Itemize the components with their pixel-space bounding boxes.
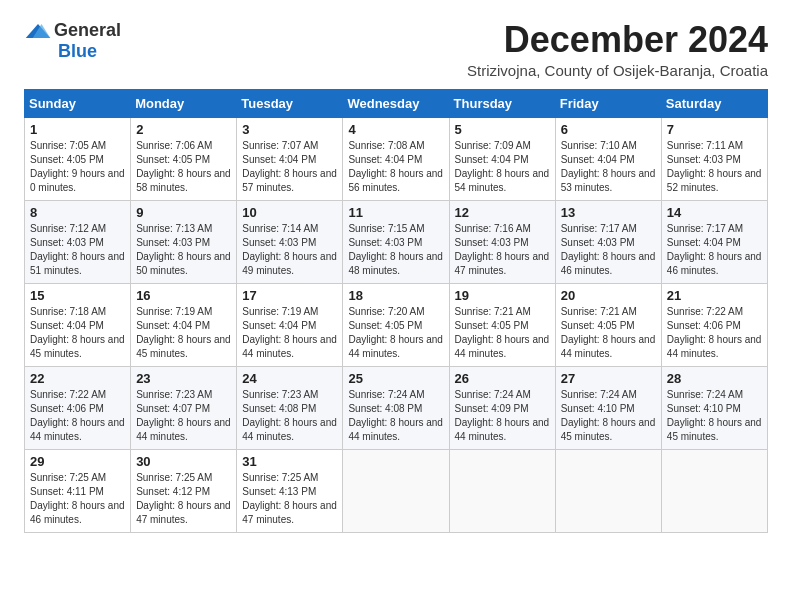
day-number: 18 (348, 288, 443, 303)
day-number: 6 (561, 122, 656, 137)
day-number: 3 (242, 122, 337, 137)
calendar-day-cell: 19 Sunrise: 7:21 AMSunset: 4:05 PMDaylig… (449, 283, 555, 366)
calendar-day-cell: 12 Sunrise: 7:16 AMSunset: 4:03 PMDaylig… (449, 200, 555, 283)
calendar-day-cell: 30 Sunrise: 7:25 AMSunset: 4:12 PMDaylig… (131, 449, 237, 532)
calendar-day-cell: 24 Sunrise: 7:23 AMSunset: 4:08 PMDaylig… (237, 366, 343, 449)
day-number: 19 (455, 288, 550, 303)
day-number: 4 (348, 122, 443, 137)
calendar-day-cell: 13 Sunrise: 7:17 AMSunset: 4:03 PMDaylig… (555, 200, 661, 283)
calendar-week-row: 8 Sunrise: 7:12 AMSunset: 4:03 PMDayligh… (25, 200, 768, 283)
day-number: 15 (30, 288, 125, 303)
day-number: 31 (242, 454, 337, 469)
calendar-day-cell: 2 Sunrise: 7:06 AMSunset: 4:05 PMDayligh… (131, 117, 237, 200)
logo-blue: Blue (58, 41, 97, 62)
calendar-day-cell: 14 Sunrise: 7:17 AMSunset: 4:04 PMDaylig… (661, 200, 767, 283)
day-number: 24 (242, 371, 337, 386)
calendar-day-cell: 5 Sunrise: 7:09 AMSunset: 4:04 PMDayligh… (449, 117, 555, 200)
day-info: Sunrise: 7:21 AMSunset: 4:05 PMDaylight:… (561, 306, 656, 359)
day-number: 16 (136, 288, 231, 303)
logo: General Blue (24, 20, 121, 62)
logo-icon (24, 22, 52, 40)
day-of-week-header: Monday (131, 89, 237, 117)
page-location: Strizivojna, County of Osijek-Baranja, C… (467, 62, 768, 79)
day-info: Sunrise: 7:23 AMSunset: 4:08 PMDaylight:… (242, 389, 337, 442)
calendar-day-cell (661, 449, 767, 532)
calendar-day-cell: 7 Sunrise: 7:11 AMSunset: 4:03 PMDayligh… (661, 117, 767, 200)
day-number: 5 (455, 122, 550, 137)
day-number: 25 (348, 371, 443, 386)
day-info: Sunrise: 7:25 AMSunset: 4:13 PMDaylight:… (242, 472, 337, 525)
calendar-day-cell: 3 Sunrise: 7:07 AMSunset: 4:04 PMDayligh… (237, 117, 343, 200)
day-number: 14 (667, 205, 762, 220)
calendar-day-cell: 25 Sunrise: 7:24 AMSunset: 4:08 PMDaylig… (343, 366, 449, 449)
calendar-week-row: 1 Sunrise: 7:05 AMSunset: 4:05 PMDayligh… (25, 117, 768, 200)
day-number: 1 (30, 122, 125, 137)
day-of-week-header: Sunday (25, 89, 131, 117)
calendar-day-cell: 31 Sunrise: 7:25 AMSunset: 4:13 PMDaylig… (237, 449, 343, 532)
day-info: Sunrise: 7:21 AMSunset: 4:05 PMDaylight:… (455, 306, 550, 359)
day-info: Sunrise: 7:22 AMSunset: 4:06 PMDaylight:… (30, 389, 125, 442)
day-info: Sunrise: 7:13 AMSunset: 4:03 PMDaylight:… (136, 223, 231, 276)
title-block: December 2024 Strizivojna, County of Osi… (467, 20, 768, 79)
calendar-day-cell: 26 Sunrise: 7:24 AMSunset: 4:09 PMDaylig… (449, 366, 555, 449)
calendar-day-cell: 9 Sunrise: 7:13 AMSunset: 4:03 PMDayligh… (131, 200, 237, 283)
calendar-day-cell: 8 Sunrise: 7:12 AMSunset: 4:03 PMDayligh… (25, 200, 131, 283)
day-info: Sunrise: 7:07 AMSunset: 4:04 PMDaylight:… (242, 140, 337, 193)
calendar-day-cell: 18 Sunrise: 7:20 AMSunset: 4:05 PMDaylig… (343, 283, 449, 366)
day-info: Sunrise: 7:18 AMSunset: 4:04 PMDaylight:… (30, 306, 125, 359)
calendar-day-cell (449, 449, 555, 532)
day-number: 28 (667, 371, 762, 386)
day-of-week-header: Friday (555, 89, 661, 117)
calendar-day-cell: 15 Sunrise: 7:18 AMSunset: 4:04 PMDaylig… (25, 283, 131, 366)
calendar-day-cell: 22 Sunrise: 7:22 AMSunset: 4:06 PMDaylig… (25, 366, 131, 449)
day-number: 27 (561, 371, 656, 386)
day-number: 21 (667, 288, 762, 303)
day-info: Sunrise: 7:16 AMSunset: 4:03 PMDaylight:… (455, 223, 550, 276)
logo-general: General (54, 20, 121, 41)
day-number: 13 (561, 205, 656, 220)
day-of-week-header: Thursday (449, 89, 555, 117)
day-info: Sunrise: 7:25 AMSunset: 4:12 PMDaylight:… (136, 472, 231, 525)
calendar-header-row: SundayMondayTuesdayWednesdayThursdayFrid… (25, 89, 768, 117)
calendar-day-cell (343, 449, 449, 532)
day-info: Sunrise: 7:06 AMSunset: 4:05 PMDaylight:… (136, 140, 231, 193)
calendar-day-cell: 16 Sunrise: 7:19 AMSunset: 4:04 PMDaylig… (131, 283, 237, 366)
calendar-day-cell: 11 Sunrise: 7:15 AMSunset: 4:03 PMDaylig… (343, 200, 449, 283)
day-info: Sunrise: 7:09 AMSunset: 4:04 PMDaylight:… (455, 140, 550, 193)
day-of-week-header: Saturday (661, 89, 767, 117)
calendar-week-row: 29 Sunrise: 7:25 AMSunset: 4:11 PMDaylig… (25, 449, 768, 532)
day-number: 20 (561, 288, 656, 303)
day-info: Sunrise: 7:22 AMSunset: 4:06 PMDaylight:… (667, 306, 762, 359)
day-info: Sunrise: 7:14 AMSunset: 4:03 PMDaylight:… (242, 223, 337, 276)
calendar-day-cell: 17 Sunrise: 7:19 AMSunset: 4:04 PMDaylig… (237, 283, 343, 366)
day-number: 11 (348, 205, 443, 220)
day-info: Sunrise: 7:17 AMSunset: 4:03 PMDaylight:… (561, 223, 656, 276)
day-info: Sunrise: 7:24 AMSunset: 4:09 PMDaylight:… (455, 389, 550, 442)
calendar-day-cell (555, 449, 661, 532)
calendar-day-cell: 1 Sunrise: 7:05 AMSunset: 4:05 PMDayligh… (25, 117, 131, 200)
day-info: Sunrise: 7:10 AMSunset: 4:04 PMDaylight:… (561, 140, 656, 193)
day-number: 2 (136, 122, 231, 137)
day-number: 7 (667, 122, 762, 137)
day-number: 23 (136, 371, 231, 386)
day-info: Sunrise: 7:24 AMSunset: 4:10 PMDaylight:… (561, 389, 656, 442)
day-number: 10 (242, 205, 337, 220)
calendar-week-row: 22 Sunrise: 7:22 AMSunset: 4:06 PMDaylig… (25, 366, 768, 449)
day-info: Sunrise: 7:24 AMSunset: 4:10 PMDaylight:… (667, 389, 762, 442)
page-title: December 2024 (467, 20, 768, 60)
calendar-day-cell: 29 Sunrise: 7:25 AMSunset: 4:11 PMDaylig… (25, 449, 131, 532)
day-number: 22 (30, 371, 125, 386)
day-info: Sunrise: 7:24 AMSunset: 4:08 PMDaylight:… (348, 389, 443, 442)
day-number: 8 (30, 205, 125, 220)
day-of-week-header: Tuesday (237, 89, 343, 117)
calendar-day-cell: 21 Sunrise: 7:22 AMSunset: 4:06 PMDaylig… (661, 283, 767, 366)
day-info: Sunrise: 7:12 AMSunset: 4:03 PMDaylight:… (30, 223, 125, 276)
calendar-week-row: 15 Sunrise: 7:18 AMSunset: 4:04 PMDaylig… (25, 283, 768, 366)
calendar-day-cell: 20 Sunrise: 7:21 AMSunset: 4:05 PMDaylig… (555, 283, 661, 366)
day-info: Sunrise: 7:11 AMSunset: 4:03 PMDaylight:… (667, 140, 762, 193)
day-info: Sunrise: 7:08 AMSunset: 4:04 PMDaylight:… (348, 140, 443, 193)
calendar-day-cell: 6 Sunrise: 7:10 AMSunset: 4:04 PMDayligh… (555, 117, 661, 200)
calendar-day-cell: 28 Sunrise: 7:24 AMSunset: 4:10 PMDaylig… (661, 366, 767, 449)
day-number: 26 (455, 371, 550, 386)
day-number: 12 (455, 205, 550, 220)
